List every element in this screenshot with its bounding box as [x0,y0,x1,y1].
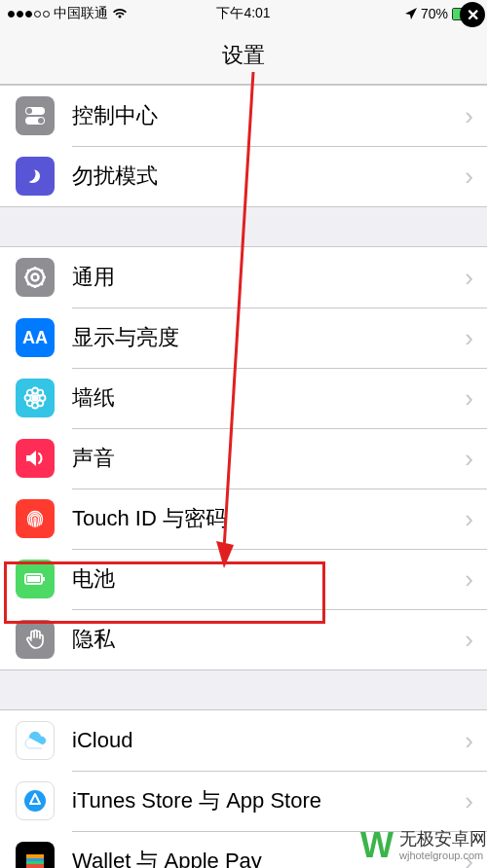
settings-item-general[interactable]: 通用› [0,247,487,307]
svg-rect-21 [26,854,44,858]
time-label: 下午4:01 [216,5,270,22]
settings-label: 通用 [72,263,465,292]
watermark: W 无极安卓网 wjhotelgroup.com [360,825,487,866]
chevron-right-icon: › [465,564,473,595]
chevron-right-icon: › [465,162,473,192]
chevron-right-icon: › [465,323,473,353]
carrier-label: 中国联通 [54,5,108,22]
signal-icon [8,11,50,18]
control-center-icon [16,96,55,135]
svg-point-2 [26,108,32,114]
wifi-icon [112,8,128,19]
chevron-right-icon: › [465,726,473,756]
touchid-icon [16,499,55,538]
display-icon: AA [16,318,55,357]
settings-item-battery[interactable]: 电池› [0,549,487,609]
settings-group: 通用›AA显示与亮度›墙纸›声音›Touch ID 与密码›电池›隐私› [0,246,487,670]
svg-rect-18 [43,577,45,581]
settings-item-wallpaper[interactable]: 墙纸› [0,368,487,428]
icloud-icon [16,721,55,760]
settings-label: 控制中心 [72,101,465,130]
settings-item-icloud[interactable]: iCloud› [0,710,487,771]
dnd-icon [16,157,55,196]
close-icon[interactable]: ✕ [460,2,485,27]
settings-item-privacy[interactable]: 隐私› [0,609,487,669]
svg-rect-22 [26,858,44,861]
settings-label: iTunes Store 与 App Store [72,786,465,815]
chevron-right-icon: › [465,444,473,474]
sound-icon [16,439,55,478]
battery-icon [16,560,55,598]
settings-label: 声音 [72,444,465,473]
settings-label: Touch ID 与密码 [72,504,465,533]
itunes-icon [16,781,55,820]
settings-label: 电池 [72,564,465,594]
svg-point-3 [38,118,44,124]
settings-label: 墙纸 [72,383,465,413]
battery-pct: 70% [421,6,448,21]
chevron-right-icon: › [465,383,473,414]
watermark-logo: W [360,825,393,866]
svg-text:AA: AA [22,328,48,347]
chevron-right-icon: › [465,625,473,655]
wallet-icon [16,842,55,868]
wallpaper-icon [16,379,55,417]
status-left: 中国联通 [8,5,128,22]
settings-label: iCloud [72,728,465,753]
watermark-main: 无极安卓网 [399,829,487,850]
general-icon [16,258,55,297]
svg-point-5 [32,274,39,281]
settings-item-touchid[interactable]: Touch ID 与密码› [0,488,487,549]
settings-item-sound[interactable]: 声音› [0,428,487,488]
chevron-right-icon: › [465,101,473,131]
privacy-icon [16,620,55,659]
chevron-right-icon: › [465,263,473,293]
settings-label: 显示与亮度 [72,323,465,352]
settings-item-dnd[interactable]: 勿扰模式› [0,146,487,206]
svg-rect-24 [26,864,44,868]
watermark-sub: wjhotelgroup.com [399,850,487,862]
chevron-right-icon: › [465,786,473,816]
status-bar: 中国联通 下午4:01 70% [0,0,487,27]
page-title: 设置 [0,27,487,85]
settings-item-itunes[interactable]: iTunes Store 与 App Store› [0,771,487,831]
svg-point-7 [32,395,39,402]
svg-rect-23 [26,861,44,864]
svg-rect-17 [27,576,40,582]
settings-item-display[interactable]: AA显示与亮度› [0,307,487,368]
chevron-right-icon: › [465,504,473,534]
location-icon [405,8,417,19]
settings-label: 隐私 [72,625,465,654]
settings-group: 控制中心›勿扰模式› [0,85,487,207]
settings-item-control-center[interactable]: 控制中心› [0,86,487,146]
settings-label: 勿扰模式 [72,162,465,191]
